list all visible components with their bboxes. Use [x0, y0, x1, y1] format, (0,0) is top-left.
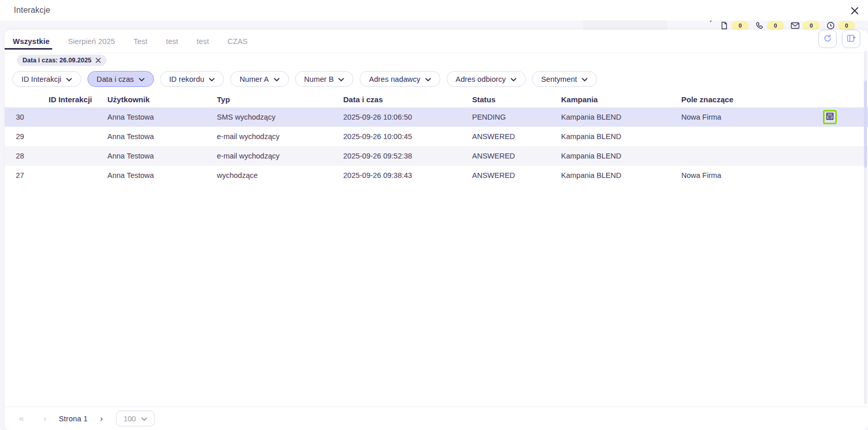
chevron-down-icon	[338, 75, 344, 83]
previous-page-button[interactable]: ‹	[38, 412, 52, 425]
active-filters-row: Data i czas: 26.09.2025	[5, 55, 868, 66]
column-header-type: Typ	[217, 95, 343, 104]
column-header-campaign: Kampania	[561, 95, 681, 104]
interactions-table: ID Interakcji Użytkownik Typ Data i czas…	[5, 91, 868, 185]
chevron-down-icon	[425, 75, 431, 83]
filter-chip-data-i-czas[interactable]: Data i czas: 26.09.2025	[17, 55, 106, 66]
cell-datetime: 2025-09-26 10:00:45	[343, 132, 472, 141]
table-row[interactable]: 30 Anna Testowa SMS wychodzący 2025-09-2…	[5, 107, 868, 127]
cell-user: Anna Testowa	[107, 171, 217, 179]
cell-campaign: Kampania BLEND	[561, 152, 681, 160]
refresh-button[interactable]	[818, 30, 837, 48]
counter-calls: 0	[755, 21, 784, 30]
page-icon	[720, 21, 728, 30]
clock-icon	[827, 21, 835, 30]
cell-user: Anna Testowa	[107, 113, 217, 121]
tab-czas[interactable]: CZAS	[228, 30, 248, 53]
chevron-down-icon	[209, 75, 215, 83]
cell-field: Nowa Firma	[681, 171, 819, 179]
phone-icon	[755, 21, 764, 30]
filter-numer-a[interactable]: Numer A	[230, 71, 288, 87]
cell-type: wychodzące	[217, 171, 343, 179]
column-header-datetime: Data i czas	[343, 95, 472, 104]
table-row[interactable]: 29 Anna Testowa e-mail wychodzący 2025-0…	[5, 127, 868, 146]
background-counter-bar: 0 0 0	[720, 21, 855, 30]
chevron-down-icon	[141, 415, 147, 423]
close-icon	[850, 6, 859, 17]
filter-label: Data i czas	[97, 75, 134, 83]
filter-chip-label: Data i czas: 26.09.2025	[23, 57, 92, 64]
refresh-icon	[823, 34, 832, 44]
filter-label: Sentyment	[541, 75, 577, 83]
filter-id-interakcji[interactable]: ID Interakcji	[12, 71, 81, 87]
column-header-field: Pole znaczące	[681, 95, 819, 104]
chevron-down-icon	[66, 75, 72, 83]
envelope-icon	[791, 22, 799, 29]
tab-sierpien-2025[interactable]: Sierpień 2025	[68, 30, 115, 53]
table-row[interactable]: 27 Anna Testowa wychodzące 2025-09-26 09…	[5, 166, 868, 185]
table-header-row: ID Interakcji Użytkownik Typ Data i czas…	[5, 91, 868, 107]
table-row[interactable]: 28 Anna Testowa e-mail wychodzący 2025-0…	[5, 146, 868, 166]
tab-wszystkie[interactable]: Wszystkie	[13, 30, 50, 53]
cell-status: ANSWERED	[472, 132, 561, 141]
cell-type: e-mail wychodzący	[217, 132, 343, 141]
cell-field: Nowa Firma	[681, 113, 819, 121]
cell-status: PENDING	[472, 113, 561, 121]
cell-user: Anna Testowa	[107, 152, 217, 160]
pagination-bar: « ‹ Strona 1 › 100	[5, 406, 868, 430]
cell-id: 29	[16, 132, 107, 141]
counter-emails: 0	[791, 21, 820, 30]
filter-bar: ID Interakcji Data i czas ID rekordu Num…	[5, 71, 868, 87]
cell-id: 28	[16, 152, 107, 160]
tab-test-3[interactable]: test	[197, 30, 209, 53]
counter-documents: 0	[720, 21, 749, 30]
cell-datetime: 2025-09-26 09:52:38	[343, 152, 472, 160]
modal-titlebar: Interakcje	[0, 0, 868, 20]
add-column-icon	[847, 34, 856, 44]
column-header-status: Status	[472, 95, 561, 104]
cell-status: ANSWERED	[472, 152, 561, 160]
cell-actions	[819, 110, 868, 124]
filter-adres-odbiorcy[interactable]: Adres odbiorcy	[447, 71, 526, 87]
counter-badge: 0	[731, 21, 749, 30]
page-size-select[interactable]: 100	[116, 411, 154, 426]
cell-type: SMS wychodzący	[217, 113, 343, 121]
next-page-button[interactable]: ›	[95, 412, 108, 425]
chip-close-icon[interactable]	[96, 58, 101, 63]
cell-user: Anna Testowa	[107, 132, 217, 141]
tab-test-2[interactable]: test	[166, 30, 178, 53]
filter-data-i-czas[interactable]: Data i czas	[87, 71, 154, 87]
vertical-scrollbar[interactable]	[864, 50, 867, 404]
card-toolbar	[818, 30, 860, 48]
filter-sentyment[interactable]: Sentyment	[532, 71, 597, 87]
cell-campaign: Kampania BLEND	[561, 171, 681, 179]
filter-id-rekordu[interactable]: ID rekordu	[160, 71, 225, 87]
chevron-down-icon	[510, 75, 517, 83]
scrollbar-thumb[interactable]	[864, 81, 867, 168]
first-page-button[interactable]: «	[15, 412, 28, 425]
row-details-button[interactable]	[823, 110, 837, 124]
counter-badge: 0	[803, 21, 820, 30]
cell-campaign: Kampania BLEND	[561, 113, 681, 121]
filter-numer-b[interactable]: Numer B	[295, 71, 354, 87]
filter-label: ID rekordu	[169, 75, 205, 83]
filter-adres-nadawcy[interactable]: Adres nadawcy	[360, 71, 440, 87]
chevron-down-icon	[582, 75, 588, 83]
counter-history: 0	[827, 21, 855, 30]
cell-datetime: 2025-09-26 09:38:43	[343, 171, 472, 179]
close-button[interactable]	[849, 5, 861, 17]
add-column-button[interactable]	[842, 30, 860, 48]
cell-id: 27	[16, 171, 107, 179]
tab-test-1[interactable]: Test	[133, 30, 147, 53]
filter-label: ID Interakcji	[21, 75, 61, 83]
cell-type: e-mail wychodzący	[217, 152, 343, 160]
document-note-icon	[826, 112, 834, 122]
filter-label: Numer B	[304, 75, 334, 83]
page-size-value: 100	[123, 415, 136, 423]
modal-title: Interakcje	[14, 6, 50, 15]
interactions-modal: Wszystkie Sierpień 2025 Test test test C…	[5, 30, 868, 430]
chevron-down-icon	[274, 75, 280, 83]
column-header-id: ID Interakcji	[16, 95, 107, 104]
counter-badge: 0	[767, 21, 784, 30]
tab-bar: Wszystkie Sierpień 2025 Test test test C…	[5, 30, 868, 53]
